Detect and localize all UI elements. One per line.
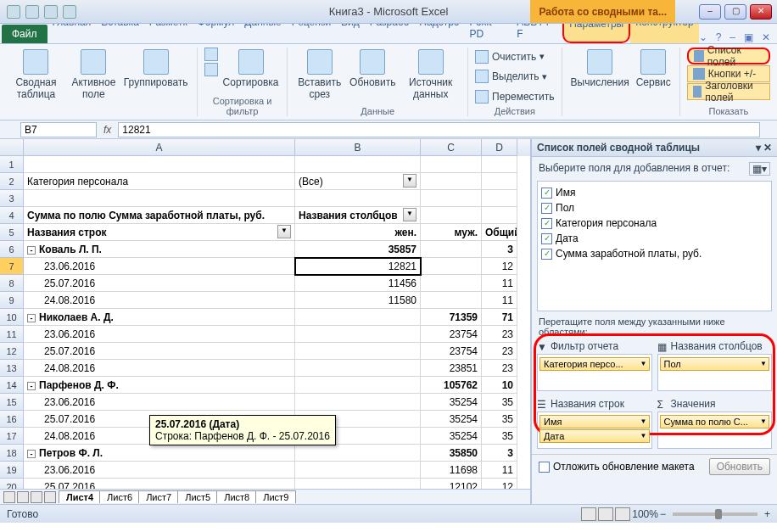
sheet-nav-next[interactable] [31, 491, 42, 503]
zoom-level[interactable]: 100% [632, 508, 658, 520]
filter-dropdown-icon[interactable]: ▼ [403, 208, 416, 221]
cell[interactable]: 11 [482, 462, 517, 479]
sheet-nav-last[interactable] [44, 491, 56, 503]
save-icon[interactable] [25, 5, 39, 19]
cell[interactable]: 23.06.2016 [24, 394, 295, 411]
col-header[interactable]: A [24, 139, 295, 156]
row-header[interactable]: 18 [0, 445, 24, 462]
cell[interactable]: 71359 [421, 309, 482, 326]
select-button[interactable]: Выделить ▾ [475, 70, 555, 83]
cell[interactable]: 11456 [295, 275, 421, 292]
clear-button[interactable]: Очистить ▾ [475, 50, 555, 64]
cell[interactable]: -Петров Ф. Л. [24, 445, 295, 462]
group-button[interactable]: Группировать [122, 48, 190, 90]
formula-bar[interactable] [118, 122, 760, 137]
help-icon[interactable]: ? [716, 31, 722, 43]
cell[interactable]: 35850 [421, 445, 482, 462]
cell[interactable] [295, 462, 421, 479]
filter-dropdown-icon[interactable]: ▼ [403, 174, 416, 188]
row-header[interactable]: 8 [0, 275, 24, 292]
cell[interactable]: 11 [482, 275, 517, 292]
sheet-nav-first[interactable] [3, 491, 15, 503]
redo-icon[interactable] [63, 5, 76, 19]
update-button[interactable]: Обновить [709, 458, 770, 475]
sheet-tab[interactable]: Лист7 [138, 490, 179, 503]
filter-dropdown-icon[interactable]: ▼ [277, 225, 291, 238]
expand-collapse-icon[interactable]: - [27, 246, 36, 255]
sheet-tab[interactable]: Лист8 [216, 490, 257, 503]
cell[interactable]: Сумма по полю Сумма заработной платы, ру… [24, 207, 295, 224]
row-header[interactable]: 9 [0, 292, 24, 309]
cell[interactable] [295, 190, 421, 207]
row-header[interactable]: 16 [0, 411, 24, 428]
cell[interactable]: 11 [482, 292, 517, 309]
cell[interactable] [421, 207, 482, 224]
row-header[interactable]: 2 [0, 173, 24, 190]
insert-slicer-button[interactable]: Вставить срез [294, 48, 344, 102]
maximize-button[interactable]: ▢ [724, 4, 746, 20]
row-header[interactable]: 6 [0, 241, 24, 258]
zoom-in-button[interactable]: + [764, 508, 770, 520]
cell[interactable] [421, 190, 482, 207]
cell[interactable] [421, 156, 482, 173]
page-break-view-icon[interactable] [615, 507, 630, 521]
sort-desc-icon[interactable] [204, 63, 218, 76]
field-list-toggle[interactable]: Список полей [687, 48, 770, 64]
sheet-tab[interactable]: Лист6 [99, 490, 140, 503]
cell[interactable]: 23 [482, 343, 517, 360]
cell[interactable] [295, 360, 421, 377]
sheet-nav-prev[interactable] [17, 491, 29, 503]
area-field-item[interactable]: Пол▼ [660, 357, 770, 371]
cell[interactable]: 23754 [421, 326, 482, 343]
workbook-restore-icon[interactable]: ▣ [744, 31, 753, 43]
cell[interactable]: 35254 [421, 428, 482, 445]
cell[interactable]: 25.07.2016 [24, 275, 295, 292]
workbook-minimize-icon[interactable]: – [729, 31, 735, 43]
file-tab[interactable]: Файл [2, 25, 48, 43]
cell[interactable]: Общий и [482, 224, 517, 241]
cell[interactable]: 3 [482, 241, 517, 258]
row-header[interactable]: 19 [0, 462, 24, 479]
col-header[interactable]: B [295, 139, 421, 156]
headers-toggle[interactable]: Заголовки полей [687, 83, 770, 100]
cell[interactable]: 10 [482, 377, 517, 394]
cell[interactable]: (Все)▼ [295, 173, 421, 190]
field-list[interactable]: ✓Имя✓Пол✓Категория персонала✓Дата✓Сумма … [537, 181, 772, 311]
cell[interactable]: 11580 [295, 292, 421, 309]
row-header[interactable]: 4 [0, 207, 24, 224]
cell[interactable] [295, 156, 421, 173]
cell[interactable] [295, 309, 421, 326]
normal-view-icon[interactable] [581, 507, 596, 521]
row-header[interactable]: 11 [0, 326, 24, 343]
row-header[interactable]: 14 [0, 377, 24, 394]
row-header[interactable]: 12 [0, 343, 24, 360]
datasource-button[interactable]: Источник данных [400, 48, 461, 102]
minimize-button[interactable]: – [699, 4, 721, 20]
name-box[interactable] [20, 122, 97, 137]
cell[interactable] [421, 258, 482, 275]
cell[interactable] [295, 326, 421, 343]
row-header[interactable]: 5 [0, 224, 24, 241]
col-header[interactable]: C [421, 139, 482, 156]
field-item[interactable]: ✓Категория персонала [541, 216, 768, 231]
field-item[interactable]: ✓Дата [541, 231, 768, 246]
report-filter-area[interactable]: Категория персо...▼ [537, 354, 652, 391]
cell[interactable] [421, 173, 482, 190]
cell[interactable] [24, 156, 295, 173]
cell[interactable]: 12 [482, 258, 517, 275]
cell[interactable]: 35 [482, 411, 517, 428]
layout-options-icon[interactable]: ▦▾ [749, 162, 770, 176]
defer-checkbox[interactable] [539, 462, 550, 473]
cell[interactable]: 23.06.2016 [24, 326, 295, 343]
col-header[interactable]: D [482, 139, 517, 156]
select-all[interactable] [0, 139, 24, 156]
cell[interactable]: 35 [482, 394, 517, 411]
cell[interactable]: 23.06.2016 [24, 462, 295, 479]
cell[interactable] [295, 377, 421, 394]
cell[interactable]: 23851 [421, 360, 482, 377]
field-dropdown-icon[interactable]: ▼ [640, 360, 647, 367]
sort-asc-icon[interactable] [204, 48, 218, 61]
area-field-item[interactable]: Категория персо...▼ [539, 357, 650, 371]
row-header[interactable]: 3 [0, 190, 24, 207]
field-item[interactable]: ✓Сумма заработной платы, руб. [541, 246, 768, 261]
